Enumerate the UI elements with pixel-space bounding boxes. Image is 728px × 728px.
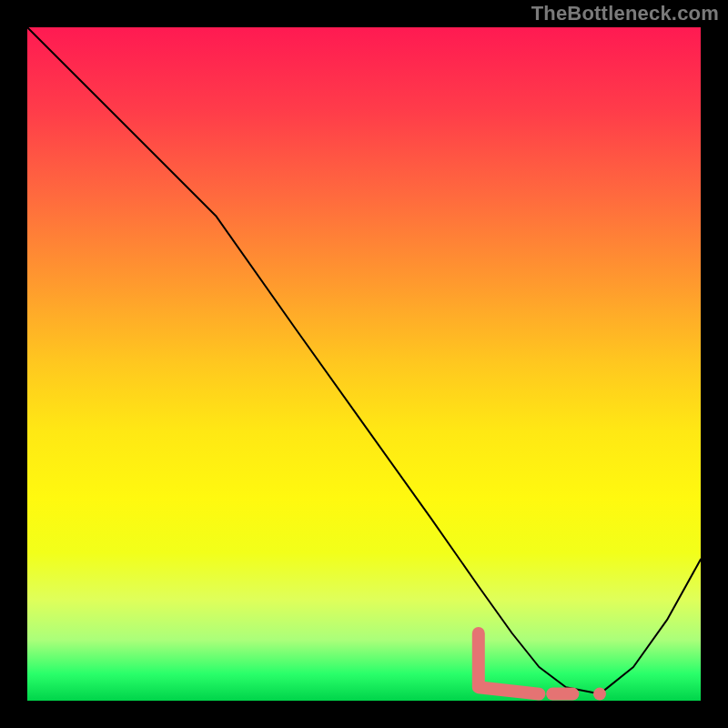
marker-seg-0 bbox=[479, 633, 540, 694]
chart-overlay bbox=[27, 27, 701, 701]
marker-dot-0 bbox=[593, 688, 606, 701]
chart-frame: TheBottleneck.com bbox=[0, 0, 728, 728]
plot-area bbox=[27, 27, 701, 701]
optimal-range-markers bbox=[479, 633, 606, 701]
bottleneck-curve bbox=[27, 27, 701, 694]
watermark-text: TheBottleneck.com bbox=[531, 2, 719, 25]
